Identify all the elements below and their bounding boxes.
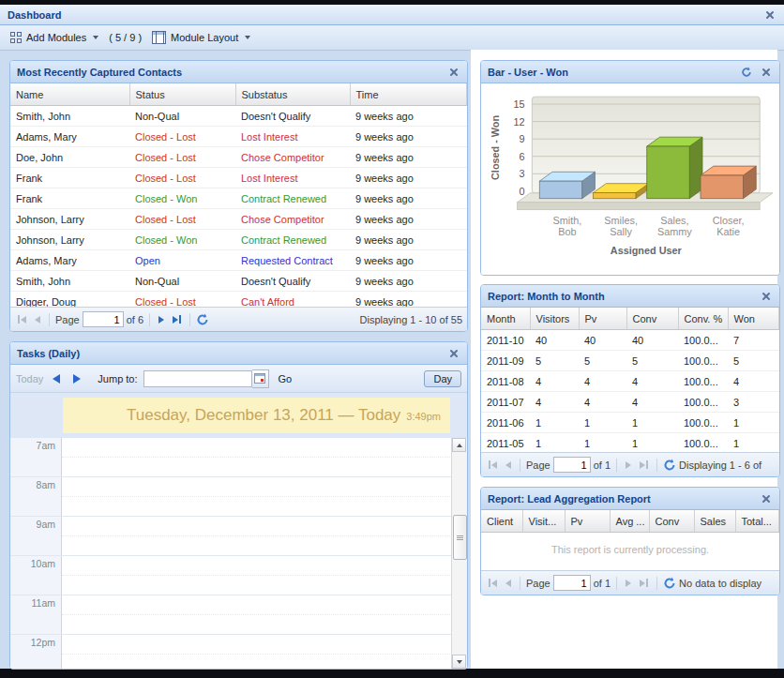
next-page-button[interactable] [623, 580, 634, 587]
page-input[interactable] [83, 311, 124, 327]
hour-cell[interactable] [62, 517, 452, 555]
hour-row[interactable]: 11am [10, 595, 452, 635]
hour-row[interactable]: 12pm [10, 635, 452, 669]
lead-report-close-button[interactable] [758, 490, 775, 506]
column-header[interactable]: Won [728, 308, 779, 330]
next-page-button[interactable] [156, 316, 167, 324]
table-row[interactable]: Adams, Mary Open Requested Contract 9 we… [10, 250, 467, 271]
table-row[interactable]: Johnson, Larry Closed - Won Contract Ren… [10, 230, 467, 250]
month-cell: 2011-08 [481, 371, 530, 392]
lead-report-header: Report: Lead Aggregation Report [481, 488, 779, 510]
contact-name-cell: Adams, Mary [10, 250, 129, 271]
first-page-icon [489, 460, 490, 469]
prev-day-button[interactable] [49, 371, 64, 386]
today-button[interactable]: Today [16, 373, 43, 384]
next-page-button[interactable] [623, 461, 634, 469]
last-page-button[interactable] [170, 315, 184, 324]
first-page-button[interactable] [15, 315, 29, 324]
refresh-icon [663, 459, 676, 472]
column-header[interactable]: Pv [565, 510, 610, 533]
svg-text:Sammy: Sammy [657, 226, 692, 237]
refresh-button[interactable] [663, 577, 676, 590]
refresh-button[interactable] [196, 313, 209, 326]
refresh-button[interactable] [663, 459, 676, 472]
page-input[interactable] [553, 575, 591, 591]
hour-cell[interactable] [62, 556, 452, 595]
table-row[interactable]: 2011-08 4 4 4 100.0... 4 [481, 371, 779, 392]
scroll-down-button[interactable] [452, 655, 466, 669]
column-header[interactable]: Substatus [235, 83, 350, 106]
hour-cell[interactable] [62, 438, 452, 476]
table-row[interactable]: 2011-05 1 1 1 100.0... 1 [481, 433, 779, 453]
column-header[interactable]: Sales [694, 510, 735, 533]
go-button[interactable]: Go [279, 373, 293, 384]
column-header[interactable]: Avg ... [610, 510, 649, 533]
table-row[interactable]: Smith, John Non-Qual Doesn't Qualify 9 w… [10, 106, 467, 127]
contacts-close-button[interactable] [445, 64, 462, 80]
dashboard-tab-close-button[interactable] [762, 8, 776, 22]
table-row[interactable]: Smith, John Non-Qual Doesn't Qualify 9 w… [10, 271, 467, 292]
hour-cell[interactable] [62, 477, 452, 516]
hour-row[interactable]: 9am [10, 517, 452, 556]
table-row[interactable]: Adams, Mary Closed - Lost Lost Interest … [10, 127, 467, 147]
date-picker-trigger[interactable] [252, 369, 269, 388]
conv-cell: 1 [626, 413, 678, 433]
first-page-button[interactable] [486, 460, 500, 469]
column-header[interactable]: Conv [626, 308, 678, 330]
last-page-button[interactable] [637, 460, 651, 469]
chart-refresh-button[interactable] [738, 64, 755, 80]
add-modules-label: Add Modules [26, 32, 86, 43]
prev-page-button[interactable] [503, 580, 514, 587]
column-header[interactable]: Conv. % [678, 308, 728, 330]
jump-to-date-input[interactable] [143, 370, 252, 387]
last-page-button[interactable] [637, 579, 651, 587]
svg-text:Closed - Won: Closed - Won [490, 115, 501, 180]
hour-row[interactable]: 10am [10, 556, 452, 595]
column-header[interactable]: Name [10, 83, 129, 106]
month-report-close-button[interactable] [758, 288, 775, 304]
hour-row[interactable]: 7am [10, 438, 452, 477]
column-header[interactable]: Total... [735, 510, 779, 533]
column-header[interactable]: Visit... [522, 510, 565, 533]
table-row[interactable]: Frank Closed - Lost Lost Interest 9 week… [10, 168, 467, 188]
next-day-button[interactable] [69, 371, 84, 386]
last-page-icon [640, 461, 645, 469]
page-input[interactable] [553, 457, 591, 473]
column-header[interactable]: Visitors [530, 308, 579, 330]
table-row[interactable]: 2011-10 40 40 40 100.0... 7 [481, 330, 779, 351]
conv-cell: 40 [626, 330, 678, 351]
hour-cell[interactable] [62, 635, 452, 669]
chart-close-button[interactable] [758, 64, 775, 80]
column-header[interactable]: Month [481, 308, 530, 330]
day-view-button[interactable]: Day [424, 370, 461, 387]
table-row[interactable]: Frank Closed - Won Contract Renewed 9 we… [10, 188, 467, 209]
hour-label: 8am [10, 477, 62, 516]
hour-row[interactable]: 8am [10, 477, 452, 517]
table-row[interactable]: Johnson, Larry Closed - Lost Chose Compe… [10, 209, 467, 230]
table-row[interactable]: Doe, John Closed - Lost Chose Competitor… [10, 147, 467, 168]
table-row[interactable]: 2011-07 4 4 4 100.0... 3 [481, 392, 779, 413]
column-header[interactable]: Conv [649, 510, 694, 533]
column-header[interactable]: Client [481, 510, 522, 533]
prev-page-button[interactable] [503, 461, 514, 469]
column-header[interactable]: Time [350, 83, 467, 106]
scroll-thumb[interactable] [453, 515, 467, 560]
tasks-close-button[interactable] [445, 345, 462, 361]
prev-page-button[interactable] [32, 316, 43, 324]
refresh-icon [663, 577, 676, 590]
won-cell: 7 [728, 330, 779, 351]
table-row[interactable]: 2011-09 5 5 5 100.0... 5 [481, 351, 779, 371]
contact-substatus-cell: Chose Competitor [235, 147, 350, 168]
jump-to-label: Jump to: [98, 373, 137, 384]
day-view-scrollbar[interactable] [451, 438, 467, 669]
visitors-cell: 4 [530, 392, 579, 413]
scroll-up-button[interactable] [452, 438, 466, 452]
column-header[interactable]: Status [129, 83, 235, 106]
table-row[interactable]: 2011-06 1 1 1 100.0... 1 [481, 413, 779, 433]
add-modules-button[interactable]: Add Modules [6, 30, 103, 45]
table-row[interactable]: Digger, Doug Closed - Lost Can't Afford … [10, 292, 467, 308]
hour-cell[interactable] [62, 595, 452, 634]
column-header[interactable]: Pv [579, 308, 626, 330]
first-page-button[interactable] [486, 579, 500, 587]
module-layout-button[interactable]: Module Layout [147, 29, 255, 46]
